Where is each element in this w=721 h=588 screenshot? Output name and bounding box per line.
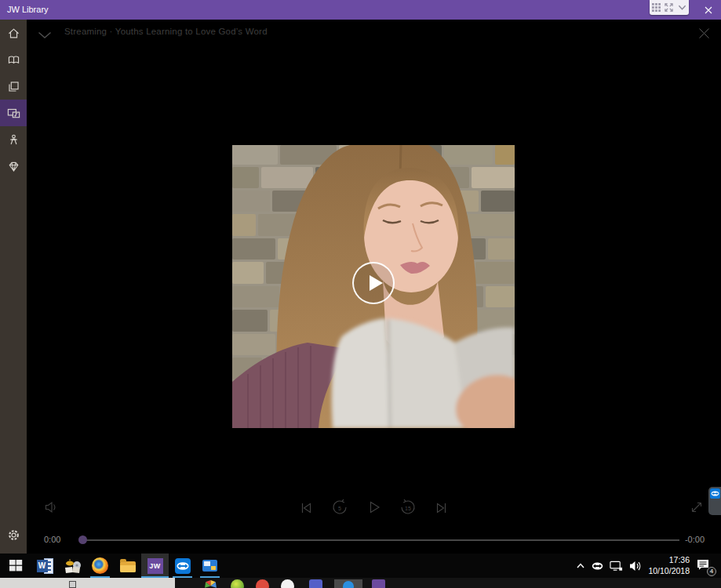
taskbar: W JW (0, 554, 721, 578)
play-overlay-button[interactable] (352, 262, 395, 304)
watchtower-library-icon (64, 557, 82, 575)
progress-bar[interactable] (82, 539, 679, 541)
host-taskbar-strip (0, 578, 721, 588)
tray-date: 10/10/2018 (648, 566, 690, 577)
meetings-icon (7, 133, 20, 147)
teamviewer-icon (175, 558, 191, 574)
action-center-button[interactable]: 4 (696, 558, 713, 574)
sidebar-item-meetings[interactable] (0, 126, 27, 153)
progress-thumb[interactable] (78, 535, 87, 544)
taskbar-item-jw-library[interactable]: JW (141, 554, 169, 578)
host-purple-app-icon[interactable] (372, 579, 385, 588)
sidebar-item-publications[interactable] (0, 73, 27, 100)
skip-next-icon (435, 501, 449, 515)
sidebar-item-ministry[interactable] (0, 153, 27, 180)
teamviewer-icon (710, 488, 720, 499)
rewind-5-button[interactable]: 5 (331, 499, 348, 516)
ministry-icon (7, 160, 20, 173)
play-icon (370, 275, 383, 291)
network-display-icon[interactable] (610, 561, 623, 572)
media-icon (7, 107, 20, 120)
host-green-app-icon[interactable] (231, 579, 244, 588)
close-icon (705, 6, 712, 14)
window-close-button[interactable] (702, 4, 715, 16)
media-title: Streaming · Youths Learning to Love God’… (64, 27, 268, 36)
rewind-seconds-label: 5 (331, 499, 348, 516)
forward-seconds-label: 15 (399, 499, 417, 516)
grid-icon[interactable] (652, 3, 661, 12)
fullscreen-button[interactable] (689, 499, 705, 518)
forward-15-button[interactable]: 15 (399, 499, 417, 516)
settings-button[interactable] (0, 521, 27, 548)
play-icon (366, 499, 382, 515)
previous-button[interactable] (299, 501, 313, 518)
jw-library-window: JW Library (0, 0, 721, 588)
media-close-button[interactable] (697, 26, 711, 40)
bible-icon (7, 53, 20, 67)
category-dropdown-button[interactable] (38, 28, 52, 42)
host-window-icon (69, 581, 76, 588)
remaining-time: -0:00 (672, 535, 705, 544)
fullscreen-icon (689, 499, 705, 515)
file-explorer-icon (120, 561, 136, 572)
sidebar (0, 20, 27, 554)
publications-icon (7, 80, 20, 93)
elapsed-time: 0:00 (44, 535, 60, 544)
titlebar: JW Library (0, 0, 721, 20)
tray-time: 17:36 (648, 555, 690, 566)
chevron-down-icon[interactable] (678, 4, 686, 11)
remote-session-toolbar[interactable] (650, 0, 689, 15)
taskbar-item-watchtower-library[interactable] (59, 554, 86, 578)
sidebar-item-bible[interactable] (0, 46, 27, 73)
word-letter: W (37, 560, 48, 572)
sidebar-item-media[interactable] (0, 100, 27, 126)
taskbar-item-teamviewer[interactable] (169, 554, 196, 578)
notification-badge: 4 (707, 567, 716, 576)
taskbar-item-word[interactable]: W (31, 554, 59, 578)
host-white-app-icon[interactable] (281, 579, 294, 588)
jw-library-icon: JW (147, 558, 163, 574)
host-blue-app-icon[interactable] (309, 579, 322, 588)
gear-icon (7, 528, 20, 542)
taskbar-item-screen-share[interactable] (196, 554, 224, 578)
word-icon: W (37, 557, 54, 575)
teamviewer-side-panel-tab[interactable] (708, 487, 721, 515)
hidden-icons-chevron-icon[interactable] (576, 562, 585, 569)
taskbar-item-file-explorer[interactable] (114, 554, 141, 578)
firefox-icon (92, 557, 108, 574)
host-window-edge (0, 578, 175, 588)
clock[interactable]: 17:36 10/10/2018 (648, 555, 690, 576)
host-red-app-icon[interactable] (256, 579, 269, 588)
expand-icon[interactable] (665, 3, 673, 12)
host-active-app-tile[interactable] (334, 579, 362, 588)
volume-tray-icon[interactable] (629, 561, 642, 572)
next-button[interactable] (435, 501, 449, 518)
host-pinwheel-icon[interactable] (204, 579, 217, 588)
teamviewer-tray-icon[interactable] (592, 561, 603, 571)
sidebar-item-home[interactable] (0, 20, 27, 46)
close-icon (698, 27, 710, 39)
host-teamviewer-icon (343, 581, 354, 588)
system-tray: 17:36 10/10/2018 4 (576, 555, 721, 576)
start-button[interactable] (0, 554, 31, 578)
volume-button[interactable] (44, 501, 60, 517)
skip-previous-icon (299, 501, 313, 515)
home-icon (7, 27, 20, 40)
speaker-icon (44, 501, 60, 514)
window-title: JW Library (7, 5, 49, 14)
chevron-down-icon (38, 31, 52, 39)
screen-share-icon (202, 560, 217, 572)
windows-icon (9, 559, 23, 572)
play-button[interactable] (366, 499, 382, 518)
taskbar-item-firefox[interactable] (86, 554, 114, 578)
